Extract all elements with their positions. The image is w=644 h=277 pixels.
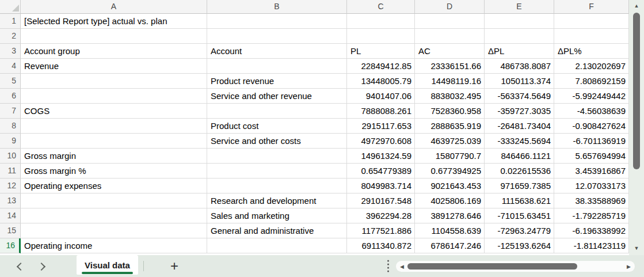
cell-A5[interactable] bbox=[21, 74, 207, 89]
cell-E15[interactable]: -72963.24779 bbox=[485, 223, 554, 238]
cell-D15[interactable]: 1104558.639 bbox=[415, 223, 485, 238]
cell-A9[interactable] bbox=[21, 134, 207, 149]
cell-B13[interactable]: Research and development bbox=[207, 193, 347, 208]
cell-C5[interactable]: 13448005.79 bbox=[347, 74, 415, 89]
cell-C6[interactable]: 9401407.06 bbox=[347, 89, 415, 104]
cell-D4[interactable]: 23336151.66 bbox=[415, 59, 485, 74]
cell-A12[interactable]: Operating expenses bbox=[21, 179, 207, 193]
cell-B16[interactable] bbox=[207, 238, 347, 253]
cell-F16[interactable]: -1.811423119 bbox=[554, 238, 629, 253]
cell-F5[interactable]: 7.808692159 bbox=[554, 74, 629, 89]
row-header-12[interactable]: 12 bbox=[0, 179, 21, 193]
row-header-13[interactable]: 13 bbox=[0, 193, 21, 208]
cell-E12[interactable]: 971659.7385 bbox=[485, 179, 554, 193]
next-sheet-chevron-icon[interactable] bbox=[37, 263, 45, 271]
cell-C1[interactable] bbox=[347, 14, 415, 29]
cell-B7[interactable] bbox=[207, 104, 347, 119]
cell-E3[interactable]: ΔPL bbox=[485, 44, 554, 59]
cell-D12[interactable]: 9021643.453 bbox=[415, 179, 485, 193]
cell-E8[interactable]: -26481.73404 bbox=[485, 119, 554, 134]
cell-D7[interactable]: 7528360.958 bbox=[415, 104, 485, 119]
cell-C8[interactable]: 2915117.653 bbox=[347, 119, 415, 134]
cell-C16[interactable]: 6911340.872 bbox=[347, 238, 415, 253]
cell-E16[interactable]: -125193.6264 bbox=[485, 238, 554, 253]
cell-C11[interactable]: 0.654779389 bbox=[347, 164, 415, 179]
cell-B5[interactable]: Product revenue bbox=[207, 74, 347, 89]
add-sheet-button[interactable]: + bbox=[170, 255, 178, 277]
cell-F9[interactable]: -6.701136919 bbox=[554, 134, 629, 149]
cell-A4[interactable]: Revenue bbox=[21, 59, 207, 74]
row-header-5[interactable]: 5 bbox=[0, 74, 21, 89]
cell-E4[interactable]: 486738.8087 bbox=[485, 59, 554, 74]
cell-D3[interactable]: AC bbox=[415, 44, 485, 59]
cell-C7[interactable]: 7888088.261 bbox=[347, 104, 415, 119]
column-header-D[interactable]: D bbox=[415, 0, 485, 14]
scroll-right-icon[interactable]: ▶ bbox=[627, 264, 631, 270]
cell-F15[interactable]: -6.196338992 bbox=[554, 223, 629, 238]
cell-A3[interactable]: Account group bbox=[21, 44, 207, 59]
cell-C2[interactable] bbox=[347, 29, 415, 44]
row-header-15[interactable]: 15 bbox=[0, 223, 21, 238]
cell-D11[interactable]: 0.677394925 bbox=[415, 164, 485, 179]
cell-D13[interactable]: 4025806.169 bbox=[415, 193, 485, 208]
cell-D14[interactable]: 3891278.646 bbox=[415, 208, 485, 223]
cell-F1[interactable] bbox=[554, 14, 629, 29]
cell-F3[interactable]: ΔPL% bbox=[554, 44, 629, 59]
cell-B8[interactable]: Product cost bbox=[207, 119, 347, 134]
row-header-10[interactable]: 10 bbox=[0, 149, 21, 164]
cell-A14[interactable] bbox=[21, 208, 207, 223]
row-header-4[interactable]: 4 bbox=[0, 59, 21, 74]
select-all-corner[interactable] bbox=[0, 0, 21, 14]
row-header-2[interactable]: 2 bbox=[0, 29, 21, 44]
row-header-1[interactable]: 1 bbox=[0, 14, 21, 29]
cell-B11[interactable] bbox=[207, 164, 347, 179]
cell-C4[interactable]: 22849412.85 bbox=[347, 59, 415, 74]
row-header-8[interactable]: 8 bbox=[0, 119, 21, 134]
cell-A10[interactable]: Gross margin bbox=[21, 149, 207, 164]
cell-F14[interactable]: -1.792285719 bbox=[554, 208, 629, 223]
cell-E2[interactable] bbox=[485, 29, 554, 44]
cell-A7[interactable]: COGS bbox=[21, 104, 207, 119]
cell-F7[interactable]: -4.56038639 bbox=[554, 104, 629, 119]
cell-B15[interactable]: General and administrative bbox=[207, 223, 347, 238]
cell-A2[interactable] bbox=[21, 29, 207, 44]
cell-B10[interactable] bbox=[207, 149, 347, 164]
scroll-up-icon[interactable]: ▲ bbox=[629, 3, 644, 9]
column-header-F[interactable]: F bbox=[554, 0, 629, 14]
cell-B6[interactable]: Service and other revenue bbox=[207, 89, 347, 104]
row-header-3[interactable]: 3 bbox=[0, 44, 21, 59]
cell-C14[interactable]: 3962294.28 bbox=[347, 208, 415, 223]
cell-B14[interactable]: Sales and marketing bbox=[207, 208, 347, 223]
cell-C3[interactable]: PL bbox=[347, 44, 415, 59]
cell-B2[interactable] bbox=[207, 29, 347, 44]
cell-D6[interactable]: 8838032.495 bbox=[415, 89, 485, 104]
column-header-C[interactable]: C bbox=[347, 0, 415, 14]
column-header-E[interactable]: E bbox=[485, 0, 554, 14]
horizontal-scrollbar-thumb[interactable] bbox=[407, 263, 577, 270]
row-header-7[interactable]: 7 bbox=[0, 104, 21, 119]
vertical-scrollbar-thumb[interactable] bbox=[633, 13, 640, 169]
cell-D9[interactable]: 4639725.039 bbox=[415, 134, 485, 149]
column-header-B[interactable]: B bbox=[207, 0, 347, 14]
cell-E9[interactable]: -333245.5694 bbox=[485, 134, 554, 149]
cell-A6[interactable] bbox=[21, 89, 207, 104]
row-header-6[interactable]: 6 bbox=[0, 89, 21, 104]
cell-D10[interactable]: 15807790.7 bbox=[415, 149, 485, 164]
cell-E6[interactable]: -563374.5649 bbox=[485, 89, 554, 104]
cell-A1[interactable]: [Selected Report type] actual vs. plan bbox=[21, 14, 207, 29]
cell-D1[interactable] bbox=[415, 14, 485, 29]
cell-D16[interactable]: 6786147.246 bbox=[415, 238, 485, 253]
cell-A11[interactable]: Gross margin % bbox=[21, 164, 207, 179]
prev-sheet-chevron-icon[interactable] bbox=[17, 263, 25, 271]
cell-C15[interactable]: 1177521.886 bbox=[347, 223, 415, 238]
row-header-14[interactable]: 14 bbox=[0, 208, 21, 223]
cell-B12[interactable] bbox=[207, 179, 347, 193]
cell-B1[interactable] bbox=[207, 14, 347, 29]
scroll-left-icon[interactable]: ◀ bbox=[400, 264, 404, 270]
cell-D2[interactable] bbox=[415, 29, 485, 44]
cell-D5[interactable]: 14498119.16 bbox=[415, 74, 485, 89]
cell-B3[interactable]: Account bbox=[207, 44, 347, 59]
cell-F6[interactable]: -5.992449442 bbox=[554, 89, 629, 104]
cell-A16[interactable]: Operating income bbox=[21, 238, 207, 253]
cell-F2[interactable] bbox=[554, 29, 629, 44]
